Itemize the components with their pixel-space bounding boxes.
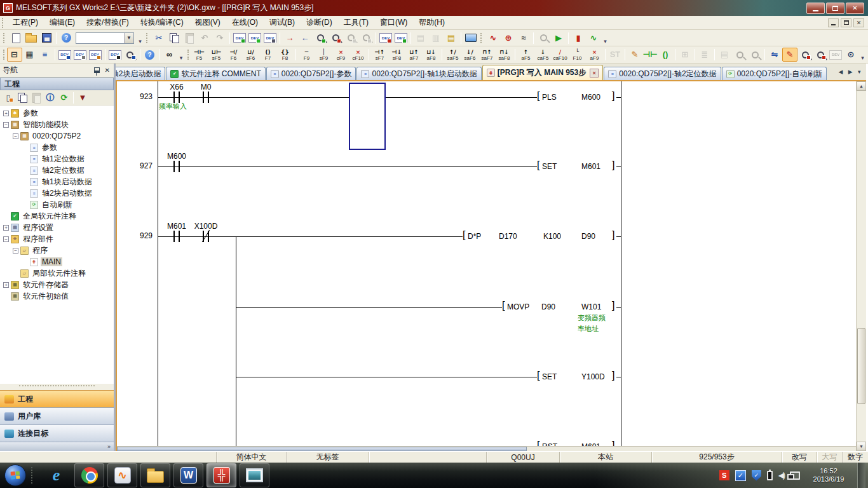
- horizontal-scroll-thumb[interactable]: [117, 447, 527, 451]
- tree-item-[interactable]: ▱局部软元件注释: [0, 268, 114, 279]
- nav-refresh-button[interactable]: ⟳: [57, 92, 71, 104]
- nav-paste-button[interactable]: [29, 92, 43, 104]
- pin-icon[interactable]: [94, 67, 100, 73]
- ladder-canvas[interactable]: 923X66频率输入M0[PLSM600]927M600[SETM601]929…: [117, 81, 856, 451]
- tray-360-shield[interactable]: ✓: [752, 470, 761, 481]
- vertical-line-button[interactable]: │sF9: [315, 47, 332, 62]
- tab-menu-icon[interactable]: ▾: [858, 69, 861, 75]
- device-display-button[interactable]: DEV: [107, 48, 123, 62]
- tray-stock[interactable]: S: [719, 470, 729, 480]
- device-search-button[interactable]: [123, 48, 138, 62]
- nav-new-button[interactable]: ▯: [1, 92, 15, 104]
- tab-scroll-right-icon[interactable]: ▶: [848, 69, 853, 75]
- taskbar-foxit[interactable]: ∿: [107, 463, 137, 487]
- vertical-scrollbar[interactable]: ▲ ▼: [856, 81, 866, 451]
- open-project-button[interactable]: [24, 31, 39, 45]
- open-branch-button[interactable]: ⊔⊢sF5: [208, 47, 225, 62]
- close-button[interactable]: ✕: [846, 3, 864, 14]
- edit-cursor[interactable]: [349, 83, 386, 150]
- menu-item-w[interactable]: 窗口(W): [374, 16, 413, 29]
- module-search-button[interactable]: [536, 31, 551, 45]
- pulse-fall-not-branch-button[interactable]: ⊓↓saF8: [496, 47, 513, 62]
- taskbar-gxworks[interactable]: ╬: [207, 463, 236, 487]
- statement-edit-1-button[interactable]: ▤: [413, 31, 428, 45]
- menu-item-t[interactable]: 工具(T): [338, 16, 374, 29]
- tree-expander-icon[interactable]: −: [13, 248, 18, 254]
- menu-item-h[interactable]: 帮助(H): [413, 16, 451, 29]
- tree-item-[interactable]: ▦软元件初始值: [0, 290, 114, 302]
- delete-line-button[interactable]: ∕caF10: [552, 47, 569, 62]
- delete-line-mode-button[interactable]: ×aF9: [586, 47, 603, 62]
- menu-item-p[interactable]: 工程(P): [7, 16, 44, 29]
- cut-button[interactable]: ✂: [151, 31, 166, 45]
- tray-battery[interactable]: [767, 471, 773, 480]
- taskbar-chrome[interactable]: [74, 463, 104, 487]
- taskbar-viewer[interactable]: [240, 463, 269, 487]
- tab-close-icon[interactable]: ×: [590, 69, 599, 78]
- tree-item-[interactable]: ⟳自动刷新: [0, 199, 114, 210]
- monitor-resume-button[interactable]: [358, 31, 374, 45]
- redo-button[interactable]: ↷: [212, 31, 227, 45]
- scroll-up-arrow[interactable]: ▲: [857, 81, 866, 91]
- tab-5[interactable]: ⋕[PRG]R 写入 MAIN 953步×: [482, 65, 603, 80]
- horizontal-line-button[interactable]: ─F9: [298, 47, 315, 62]
- tree-item-[interactable]: −❖程序部件: [0, 233, 114, 245]
- undo-button[interactable]: ↶: [197, 31, 212, 45]
- delete-vertical-line-button[interactable]: ×cF10: [349, 47, 367, 62]
- tab-7[interactable]: ⟳0020:QD75P2[]-自动刷新: [722, 67, 827, 80]
- tree-expander-icon[interactable]: −: [3, 122, 9, 128]
- wrap-display-button[interactable]: ⇋: [767, 48, 782, 62]
- st-edit-button[interactable]: ST: [607, 48, 623, 62]
- write-contact-edit-button[interactable]: ⊣⊢: [642, 48, 658, 62]
- help-button[interactable]: ?: [58, 31, 74, 45]
- start-button[interactable]: [4, 464, 26, 486]
- tree-item-2[interactable]: ≡轴2块启动数据: [0, 187, 114, 199]
- application-instruction-button[interactable]: {}F8: [276, 47, 294, 62]
- hkey-monitor-button[interactable]: DEV: [262, 31, 278, 45]
- invert-result-button[interactable]: ↑aF5: [517, 47, 534, 62]
- tree-item-1[interactable]: ≡轴1定位数据: [0, 153, 114, 165]
- tab-2[interactable]: ✔软元件注释 COMMENT: [166, 67, 265, 80]
- tray-volume[interactable]: ◀): [778, 471, 784, 480]
- pulse-contact-button[interactable]: ⊣↑sF7: [371, 47, 388, 62]
- axis-monitor-curve-button[interactable]: ∿: [485, 31, 501, 45]
- monitor-start-button[interactable]: [313, 31, 328, 45]
- taskbar-word[interactable]: W: [173, 463, 203, 487]
- pulse-branch-button[interactable]: ⊔↑aF7: [405, 47, 423, 62]
- sampling-trace-button[interactable]: ≈: [516, 31, 531, 45]
- tree-item-[interactable]: ≡参数: [0, 142, 114, 153]
- module-exec-button[interactable]: ▶: [551, 31, 566, 45]
- menu-item-v[interactable]: 视图(V): [189, 16, 226, 29]
- nav-info-button[interactable]: ⓘ: [43, 92, 57, 104]
- device-test-read-button[interactable]: DEV: [393, 31, 409, 45]
- inline-st-edit-button[interactable]: ✎: [782, 48, 797, 62]
- vertical-scroll-thumb[interactable]: [857, 328, 865, 404]
- tree-item-[interactable]: ✔全局软元件注释: [0, 210, 114, 222]
- monitor-window-button[interactable]: [463, 31, 478, 45]
- module-configuration-button[interactable]: ▦: [22, 48, 37, 62]
- minimize-button[interactable]: [806, 3, 825, 14]
- open-contact-button[interactable]: ⊣⊢F5: [191, 47, 208, 62]
- nav-view-user-library[interactable]: 用户库: [0, 407, 114, 424]
- close-branch-button[interactable]: ⊔∕sF6: [242, 47, 259, 62]
- nav-sort-button[interactable]: ▼: [76, 92, 90, 104]
- monitor-stop-button[interactable]: [328, 31, 343, 45]
- nav-view-connection[interactable]: 连接目标: [0, 424, 114, 442]
- batch-comment-button[interactable]: ≣: [697, 48, 712, 62]
- device-list-button[interactable]: DEV: [72, 48, 88, 62]
- taskbar-clock[interactable]: 16:52 2013/6/19: [806, 467, 851, 484]
- tree-item-[interactable]: +✱参数: [0, 107, 114, 119]
- read-from-plc-button[interactable]: ←: [297, 31, 313, 45]
- menu-item-d[interactable]: 诊断(D): [301, 16, 338, 29]
- jump-combobox[interactable]: ▼: [76, 32, 134, 44]
- mdi-close-button[interactable]: ✕: [853, 18, 864, 27]
- menu-item-f[interactable]: 搜索/替换(F): [81, 16, 135, 29]
- tab-1[interactable]: ≡0020:QD75P2[]-轴2块启动数据: [116, 67, 165, 80]
- pulse-not-branch-button[interactable]: ⊓↑saF7: [478, 47, 496, 62]
- toolbar-overflow[interactable]: ▾: [136, 32, 144, 44]
- device-test-write-button[interactable]: DEV: [378, 31, 393, 45]
- toolbar-overflow[interactable]: ▾: [177, 48, 186, 61]
- tree-expander-icon[interactable]: +: [3, 282, 9, 288]
- tree-expander-icon[interactable]: −: [3, 236, 9, 242]
- tree-item-0020qd75p2[interactable]: −▦0020:QD75P2: [0, 130, 114, 142]
